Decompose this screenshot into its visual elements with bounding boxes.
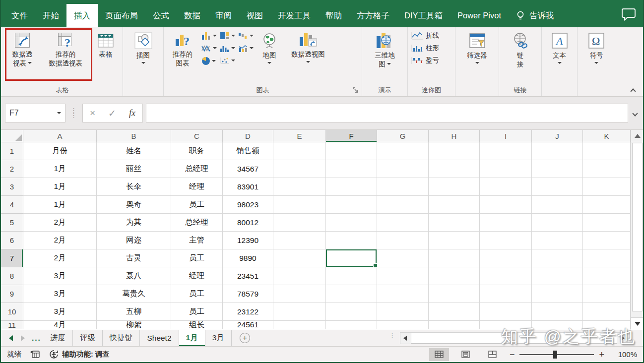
tab-插入[interactable]: 插入 [66,4,98,27]
slicer-button[interactable]: 筛选器 [465,30,489,65]
cell-D3[interactable]: 83901 [223,178,273,196]
cell-C1[interactable]: 职务 [171,142,223,160]
expand-formula-bar-button[interactable] [633,109,637,118]
formula-input[interactable] [146,104,628,122]
cell-F10[interactable] [326,303,377,321]
cell-G1[interactable] [377,142,429,160]
row-header-11[interactable]: 11 [1,321,23,329]
cell-I11[interactable] [480,321,532,329]
cell-A11[interactable]: 4月 [23,321,97,329]
vertical-scrollbar[interactable] [631,130,643,330]
treemap-chart-button[interactable] [220,32,235,40]
cell-B9[interactable]: 葛贵久 [97,285,171,303]
row-header-6[interactable]: 6 [1,232,23,249]
cell-C3[interactable]: 经理 [171,178,223,196]
cell-C5[interactable]: 总经理 [171,214,223,232]
cell-B5[interactable]: 为其 [97,214,171,232]
cell-A1[interactable]: 月份 [23,142,97,160]
cell-A4[interactable]: 1月 [23,196,97,214]
cell-B8[interactable]: 聂八 [97,267,171,285]
cell-D7[interactable]: 9890 [223,249,273,267]
horizontal-scroll-thumb[interactable] [411,333,617,344]
horizontal-scrollbar[interactable] [400,332,628,344]
cell-D2[interactable]: 34567 [223,160,273,178]
column-header-B[interactable]: B [97,130,171,142]
scroll-left-button[interactable] [400,336,410,341]
cell-A10[interactable]: 3月 [23,303,97,321]
cell-J4[interactable] [532,196,583,214]
column-header-C[interactable]: C [171,130,223,142]
cell-A9[interactable]: 3月 [23,285,97,303]
sheet-nav-right[interactable] [21,335,25,341]
cell-J2[interactable] [532,160,583,178]
sparkline-winloss-button[interactable]: 盈亏 [411,56,439,65]
cell-E6[interactable] [273,232,326,249]
cell-B4[interactable]: 奥奇 [97,196,171,214]
tab-页面布局[interactable]: 页面布局 [98,4,145,27]
cell-C11[interactable]: 组长 [171,321,223,329]
pivot-table-button[interactable]: 数据透 视表 [5,30,39,68]
recommended-pivot-button[interactable]: ? 推荐的 数据透视表 [43,30,89,68]
cell-J9[interactable] [532,285,583,303]
cell-I3[interactable] [480,178,532,196]
cell-I1[interactable] [480,142,532,160]
cell-E4[interactable] [273,196,326,214]
tab-审阅[interactable]: 审阅 [208,4,239,27]
cell-E8[interactable] [273,267,326,285]
cell-C10[interactable]: 员工 [171,303,223,321]
tab-Power Pivot[interactable]: Power Pivot [450,4,509,27]
tab-文件[interactable]: 文件 [4,4,35,27]
vertical-scroll-thumb[interactable] [632,143,643,311]
pie-chart-button[interactable] [201,57,217,65]
cell-B3[interactable]: 长伞 [97,178,171,196]
cell-H2[interactable] [429,160,480,178]
cell-D11[interactable]: 24561 [223,321,273,329]
cell-D6[interactable]: 12390 [223,232,273,249]
link-button[interactable]: 链 接 [510,30,531,69]
cell-K3[interactable] [583,178,631,196]
cancel-icon[interactable]: × [90,108,95,119]
cell-K2[interactable] [583,160,631,178]
cell-I9[interactable] [480,285,532,303]
tab-开始[interactable]: 开始 [35,4,66,27]
cell-I4[interactable] [480,196,532,214]
cell-B1[interactable]: 姓名 [97,142,171,160]
cell-I5[interactable] [480,214,532,232]
row-header-8[interactable]: 8 [1,267,23,285]
cell-K4[interactable] [583,196,631,214]
cell-J10[interactable] [532,303,583,321]
charts-dialog-launcher[interactable] [352,87,359,94]
sheet-tab-进度[interactable]: 进度 [43,330,73,346]
cell-E9[interactable] [273,285,326,303]
page-break-view-button[interactable] [483,348,503,361]
cell-E7[interactable] [273,249,326,267]
cell-E3[interactable] [273,178,326,196]
cell-J8[interactable] [532,267,583,285]
cell-C7[interactable]: 员工 [171,249,223,267]
table-button[interactable]: 表格 [92,30,119,60]
text-button[interactable]: A 文本 [550,30,570,65]
cell-C4[interactable]: 员工 [171,196,223,214]
symbol-button[interactable]: Ω 符号 [586,30,606,65]
cell-I7[interactable] [480,249,532,267]
cell-F8[interactable] [326,267,377,285]
cell-D5[interactable]: 80012 [223,214,273,232]
tab-开发工具[interactable]: 开发工具 [270,4,318,27]
enter-icon[interactable]: ✓ [108,108,116,119]
tab-数据[interactable]: 数据 [177,4,208,27]
cell-I2[interactable] [480,160,532,178]
cell-G4[interactable] [377,196,429,214]
select-all-corner[interactable] [1,130,23,142]
cell-G11[interactable] [377,321,429,329]
cell-G10[interactable] [377,303,429,321]
combo-chart-button[interactable] [238,44,254,52]
waterfall-chart-button[interactable] [238,32,254,40]
cell-A6[interactable]: 2月 [23,232,97,249]
cell-G8[interactable] [377,267,429,285]
column-header-E[interactable]: E [273,130,326,142]
column-header-I[interactable]: I [480,130,532,142]
row-header-1[interactable]: 1 [1,142,23,160]
tab-公式[interactable]: 公式 [145,4,177,27]
cell-J11[interactable] [532,321,583,329]
scroll-down-button[interactable] [631,317,643,330]
